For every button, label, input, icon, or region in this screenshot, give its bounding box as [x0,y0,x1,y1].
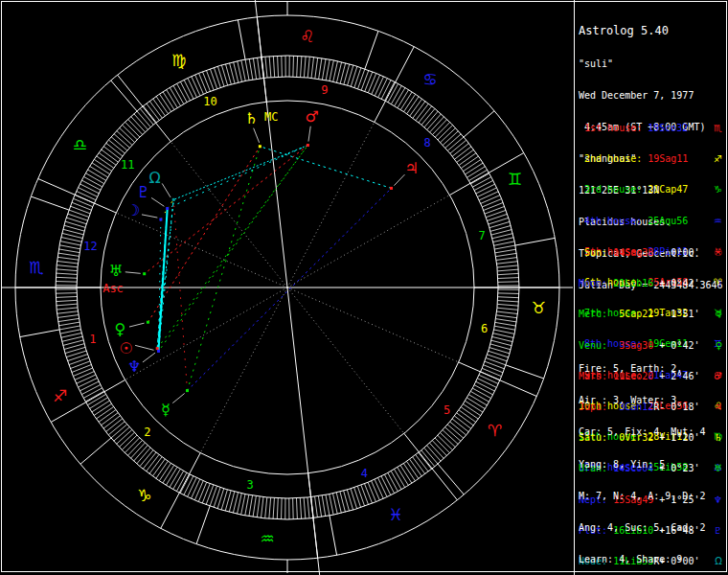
svg-text:♌: ♌ [300,27,314,46]
planet-position: 14Sag38 [613,247,653,258]
planet-icon: Ω [715,556,722,566]
planet-row: Merc: 5Cap22 - 1°51'☿ [579,310,724,319]
planet-latitude: - 0°00' [659,247,699,258]
house-row: 2nd house: 19Sag11♐ [579,154,724,164]
svg-text:2: 2 [144,426,150,439]
planet-position: 21Lib16 [613,278,653,288]
house-row: 4th house: 25Aqu56♒ [579,217,724,226]
stats-house-types: Ang: 4, Suc: 5, Cad: 2 [579,522,705,533]
house-cusp: 19Sag11 [648,153,688,164]
planet-icon: ♆ [714,494,722,505]
stats-yang-yin: Yang: 8, Yin: 5 [579,459,705,470]
svg-text:9: 9 [321,83,328,97]
planet-icon: ☿ [717,309,722,319]
svg-text:☉: ☉ [120,339,133,357]
svg-text:Ω: Ω [148,169,160,187]
planet-icon: ♅ [714,463,722,473]
planet-latitude: + 0°42' [659,278,699,288]
svg-text:♋: ♋ [422,70,437,89]
element-stats: Fire: 5, Earth: 2, Air : 3, Water: 3 Car… [579,342,705,575]
planet-icon: ♇ [714,525,722,536]
sign-icon: ♒ [714,216,722,226]
house-row: 1st house: 19Sco32♏ [579,124,724,133]
planet-latitude: - 1°51' [659,309,699,319]
svg-text:☿: ☿ [161,401,171,419]
planet-label: Merc: [579,309,613,319]
svg-text:♈: ♈ [488,421,502,440]
house-label: 3rd house: [579,184,648,195]
svg-text:♐: ♐ [53,386,67,405]
planet-icon: ♀ [716,340,722,351]
house-cusp: 19Sco32 [648,123,688,133]
svg-text:♎: ♎ [73,135,87,154]
planet-icon: ♃ [714,402,722,412]
svg-text:7: 7 [478,229,485,242]
svg-text:♍: ♍ [171,51,186,70]
chart-name: "suli" [579,58,723,69]
chart-date: Wed December 7, 1977 [579,90,723,101]
sign-icon: ♏ [714,123,722,133]
svg-text:♏: ♏ [29,258,43,277]
svg-text:♓: ♓ [388,505,402,524]
svg-text:♒: ♒ [261,529,275,548]
svg-text:♉: ♉ [532,298,546,317]
svg-text:♂: ♂ [306,107,319,126]
svg-text:MC: MC [264,110,278,124]
planet-icon: ♂ [714,371,722,381]
natal-wheel-chart: 123456789101112♈♉♊♋♌♍♎♏♐♑♒♓☉☽☿♀♂♃♄♅♆♇ΩAs… [0,0,575,575]
svg-text:12: 12 [83,240,97,253]
house-label: 4th house: [579,216,648,226]
svg-text:☽: ☽ [126,201,140,219]
planet-position: 5Cap22 [613,309,653,319]
stats-modes: Car: 5, Fix: 4, Mut: 4 [579,426,705,437]
svg-text:11: 11 [121,158,134,172]
sign-icon: ♑ [714,184,722,195]
planet-icon: ☉ [714,247,722,258]
svg-text:♀: ♀ [114,320,125,338]
planet-row: Sun: 14Sag38 - 0°00'☉ [579,248,724,258]
sidebar-divider [574,0,575,575]
planet-label: Moon: [579,278,613,288]
house-cusp: 25Aqu56 [648,216,688,226]
app-title: Astrolog 5.40 [579,25,723,37]
sign-icon: ♐ [714,153,722,164]
svg-text:6: 6 [481,322,488,335]
svg-text:♃: ♃ [405,159,419,177]
svg-text:♊: ♊ [508,170,522,189]
stats-elements-2: Air : 3, Water: 3 [579,395,705,405]
svg-text:♅: ♅ [109,262,123,280]
house-cusp: 21Cap47 [648,184,688,195]
planet-icon: ♄ [714,432,722,443]
svg-text:♆: ♆ [127,357,141,376]
svg-text:10: 10 [203,95,216,108]
svg-text:5: 5 [444,403,450,417]
astrolog-window: 123456789101112♈♉♊♋♌♍♎♏♐♑♒♓☉☽☿♀♂♃♄♅♆♇ΩAs… [0,0,728,575]
svg-text:♑: ♑ [137,486,151,505]
svg-text:3: 3 [246,478,253,492]
svg-text:8: 8 [423,136,430,150]
house-row: 3rd house: 21Cap47♑ [579,185,724,195]
svg-text:4: 4 [361,467,368,480]
planet-row: Moon: 21Lib16 + 0°42'☽ [579,279,724,288]
stats-learn-share: Learn: 4, Share: 9 [579,554,705,564]
svg-text:♄: ♄ [244,109,258,127]
svg-text:1: 1 [89,333,96,346]
planet-label: Sun: [579,247,613,258]
svg-text:Asc: Asc [102,282,124,295]
planet-icon: ☽ [714,278,722,288]
house-label: 2nd house: [579,153,648,164]
house-label: 1st house: [579,123,648,133]
stats-hemispheres: M: 7, N: 4, A: 9, D: 2 [579,491,705,501]
stats-elements-1: Fire: 5, Earth: 2, [579,363,705,374]
info-sidebar: Astrolog 5.40 "suli" Wed December 7, 197… [575,0,728,575]
